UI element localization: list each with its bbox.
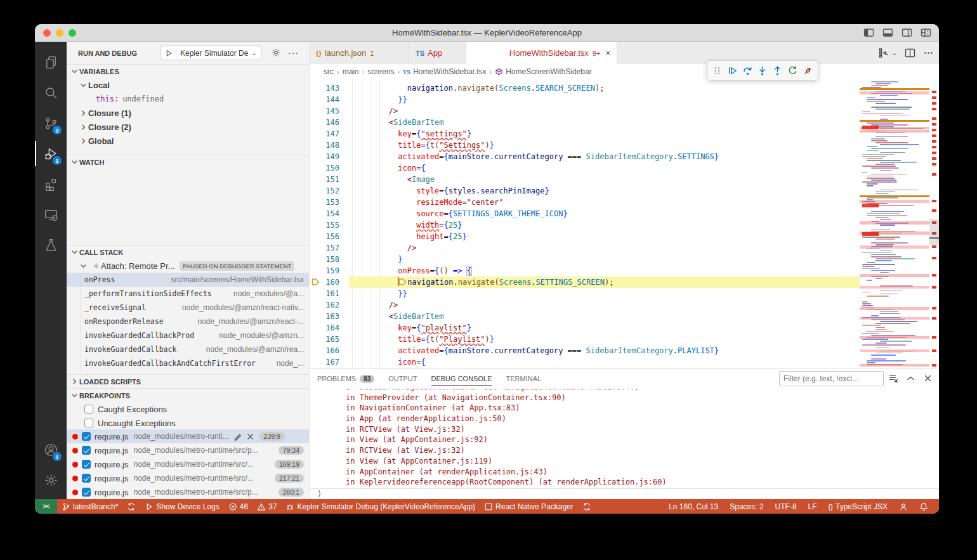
editor-tab-App[interactable]: TSApp — [409, 42, 466, 64]
debug-console-prompt[interactable]: ⟩ — [310, 488, 939, 499]
code-line[interactable]: 162 /> — [310, 299, 939, 311]
remove-breakpoint-icon[interactable] — [246, 433, 254, 441]
checkbox-unchecked[interactable] — [84, 419, 93, 427]
more-actions-icon[interactable] — [923, 48, 934, 58]
code-line[interactable]: 160 navigation.navigate(Screens.SETTINGS… — [310, 277, 939, 288]
section-loaded-scripts[interactable]: LOADED SCRIPTS — [67, 374, 309, 388]
call-stack-frame[interactable]: _receiveSignalnode_modules/@amzn/react-n… — [67, 301, 309, 315]
split-editor-icon[interactable] — [905, 48, 915, 58]
panel-tab-debug-console[interactable]: DEBUG CONSOLE — [431, 368, 492, 389]
editor-scrollbar-thumb[interactable] — [929, 219, 939, 245]
code-line[interactable]: 148 title={t("Settings")} — [310, 140, 939, 151]
status-item[interactable] — [578, 499, 596, 514]
code-line[interactable]: 156 height={25} — [310, 231, 939, 242]
call-stack-frame[interactable]: onPresssrc/main/screens/HomeWithSidebar.… — [67, 273, 309, 287]
toggle-primary-sidebar-icon[interactable] — [863, 27, 874, 38]
code-editor[interactable]: 143 navigation.navigate(Screens.SEARCH_S… — [310, 79, 939, 368]
zoom-window-button[interactable] — [69, 29, 76, 37]
code-line[interactable]: 155 width={25} — [310, 219, 939, 231]
panel-tab-problems[interactable]: PROBLEMS83 — [317, 368, 374, 389]
section-breakpoints[interactable]: BREAKPOINTS — [67, 388, 309, 402]
status-item-ln[interactable]: Ln 160, Col 13 — [663, 499, 724, 514]
status-item-latestbranch[interactable]: latestBranch* — [57, 499, 122, 514]
call-stack-frame[interactable]: invokeGuardedCallbackAndCatchFirstErrorn… — [67, 356, 309, 370]
console-filter-input[interactable]: Filter (e.g. text, !excl... — [779, 371, 884, 386]
status-item-show[interactable]: Show Device Logs — [140, 499, 223, 514]
editor-tab-launch.json[interactable]: {}launch.json1 — [310, 42, 409, 64]
status-item-utf8[interactable]: UTF-8 — [770, 499, 803, 514]
code-line[interactable]: 166 activated={mainStore.currentCategory… — [310, 345, 939, 356]
breadcrumb-item[interactable]: TSHomeWithSidebar.tsx — [403, 67, 487, 76]
panel-tab-output[interactable]: OUTPUT — [388, 368, 417, 389]
code-line[interactable]: 153 resizeMode="center" — [310, 197, 939, 208]
code-line[interactable]: 154 source={SETTINGS_DARK_THEME_ICON} — [310, 208, 939, 219]
chevron-down-icon[interactable]: ⌄ — [892, 49, 897, 56]
status-item-37[interactable]: 37 — [252, 499, 281, 514]
status-item-kepler[interactable]: Kepler Simulator Debug (KeplerVideoRefer… — [281, 499, 480, 514]
breakpoint-row[interactable]: require.jsnode_modules/metro-runtime/src… — [67, 457, 309, 471]
customize-layout-icon[interactable] — [921, 27, 931, 38]
code-line[interactable]: 161 }} — [310, 288, 939, 299]
status-item-react[interactable]: React Native Packager — [480, 499, 578, 514]
launch-config-dropdown[interactable]: Kepler Simulator Debug ⌄ — [160, 46, 261, 60]
panel-tab-terminal[interactable]: TERMINAL — [506, 368, 541, 389]
restart-button[interactable] — [785, 63, 799, 77]
disconnect-button[interactable] — [801, 63, 815, 77]
checkbox-unchecked[interactable] — [84, 405, 93, 413]
code-line[interactable]: 151 <Image — [310, 174, 939, 185]
code-line[interactable]: 157 /> — [310, 242, 939, 254]
code-line[interactable]: 152 style={styles.searchPinImage} — [310, 185, 939, 197]
breakpoint-exception-row[interactable]: Uncaught Exceptions — [67, 416, 309, 430]
call-stack-frame[interactable]: invokeGuardedCallbacknode_modules/@amzn/… — [67, 342, 309, 356]
status-item[interactable] — [893, 499, 914, 514]
section-variables[interactable]: VARIABLES — [67, 64, 309, 78]
status-item-46[interactable]: 46 — [224, 499, 252, 514]
breadcrumb-item[interactable]: screens — [367, 67, 394, 76]
breakpoint-exception-row[interactable]: Caught Exceptions — [67, 402, 309, 416]
code-line[interactable]: 149 activated={mainStore.currentCategory… — [310, 151, 939, 162]
code-line[interactable]: 150 icon={ — [310, 162, 939, 174]
close-window-button[interactable] — [43, 29, 51, 37]
minimap[interactable] — [860, 79, 929, 368]
breakpoint-row[interactable]: require.jsnode_modules/metro-runti...239… — [67, 429, 309, 443]
checkbox-checked[interactable] — [82, 446, 91, 455]
code-line[interactable]: 147 key={"settings"} — [310, 128, 939, 140]
activity-bar-item-testing[interactable] — [35, 230, 67, 260]
code-line[interactable]: 165 title={t("Playlist")} — [310, 334, 939, 345]
activity-bar-item-accounts[interactable]: 1 — [35, 434, 67, 465]
breakpoint-row[interactable]: require.jsnode_modules/metro-runtime/src… — [67, 471, 309, 485]
activity-bar-item-run-debug[interactable]: 1 — [35, 138, 67, 169]
status-item-spaces[interactable]: Spaces: 2 — [724, 499, 769, 514]
code-line[interactable]: 158 } — [310, 254, 939, 265]
checkbox-checked[interactable] — [82, 474, 91, 483]
checkbox-checked[interactable] — [82, 488, 91, 497]
step-into-button[interactable] — [756, 63, 770, 77]
variables-scope-closure-2-[interactable]: Closure (2) — [67, 120, 309, 134]
status-item[interactable] — [122, 499, 140, 514]
variable-this[interactable]: this:undefined — [67, 92, 309, 106]
status-item-lf[interactable]: LF — [803, 499, 823, 514]
call-stack-session[interactable]: Attach: Remote Pr...PAUSED ON DEBUGGER S… — [67, 259, 309, 273]
breadcrumb[interactable]: src›main›screens›TSHomeWithSidebar.tsx›H… — [310, 64, 939, 79]
status-item[interactable] — [914, 499, 934, 514]
variables-scope-local[interactable]: Local — [67, 78, 309, 92]
breadcrumb-item[interactable]: main — [343, 67, 359, 76]
edit-breakpoint-icon[interactable] — [233, 433, 242, 441]
breadcrumb-item[interactable]: src — [324, 67, 334, 76]
activity-bar-item-explorer[interactable] — [35, 47, 67, 77]
code-line[interactable]: 167 icon={ — [310, 356, 939, 368]
code-line[interactable]: 159 onPress={() => { — [310, 265, 939, 277]
status-item-typescript[interactable]: {}TypeScript JSX — [823, 499, 893, 514]
breakpoint-row[interactable]: require.jsnode_modules/metro-runtime/src… — [67, 443, 309, 457]
debug-console-output[interactable]: in SideBarNavigationContainer (at Naviga… — [310, 389, 939, 488]
call-stack-frame[interactable]: invokeGuardedCallbackProdnode_modules/@a… — [67, 329, 309, 342]
toggle-secondary-sidebar-icon[interactable] — [902, 27, 912, 38]
section-call-stack[interactable]: CALL STACK — [67, 245, 309, 259]
checkbox-checked[interactable] — [82, 460, 91, 469]
minimize-window-button[interactable] — [56, 29, 63, 37]
editor-tab-HomeWithSidebar.tsx[interactable]: HomeWithSidebar.tsx9+× — [466, 42, 617, 64]
code-line[interactable]: 163 <SideBarItem — [310, 311, 939, 322]
code-line[interactable]: 145 /> — [310, 105, 939, 117]
call-stack-frame[interactable]: onResponderReleasenode_modules/@amzn/rea… — [67, 315, 309, 329]
clear-console-icon[interactable] — [889, 374, 898, 383]
